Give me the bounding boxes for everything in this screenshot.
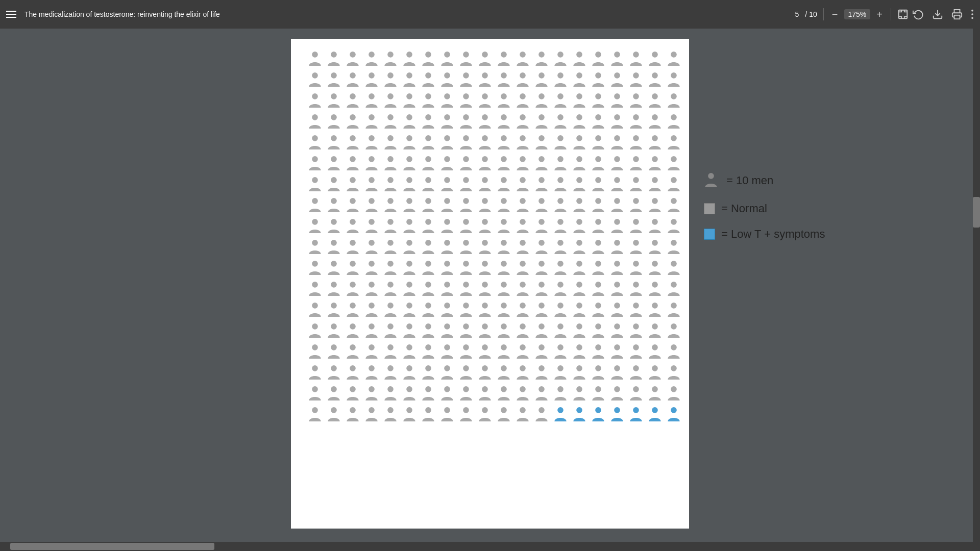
svg-point-202: [614, 240, 620, 246]
person-icon: [590, 154, 607, 173]
person-icon: [382, 363, 399, 382]
fit-page-button[interactable]: [897, 9, 909, 20]
person-icon: [571, 321, 588, 340]
svg-point-278: [538, 323, 545, 330]
person-icon: [401, 279, 418, 298]
svg-point-365: [671, 407, 677, 413]
zoom-out-button[interactable]: −: [830, 9, 840, 20]
svg-point-116: [501, 156, 507, 162]
svg-point-212: [425, 261, 431, 267]
page-number-input[interactable]: [791, 10, 803, 18]
person-icon: [401, 237, 418, 257]
svg-point-325: [671, 365, 677, 371]
download-button[interactable]: [932, 9, 943, 20]
svg-point-333: [444, 386, 450, 392]
person-icon: [382, 342, 399, 361]
svg-point-290: [387, 344, 394, 350]
svg-point-329: [369, 386, 375, 392]
person-icon: [457, 49, 475, 68]
person-icon: [665, 154, 682, 173]
person-icon: [571, 405, 588, 424]
svg-point-326: [312, 386, 318, 392]
legend-lowt: = Low T + symptoms: [704, 228, 826, 241]
person-icon: [457, 237, 475, 257]
svg-point-258: [538, 303, 545, 309]
svg-point-91: [406, 135, 412, 141]
svg-point-164: [652, 198, 658, 204]
svg-point-141: [595, 177, 601, 183]
person-icon: [627, 279, 645, 298]
svg-point-203: [633, 240, 639, 246]
svg-point-52: [425, 93, 431, 99]
person-icon: [363, 405, 380, 424]
svg-point-159: [557, 198, 564, 204]
person-icon: [552, 384, 569, 403]
bottom-scrollbar-thumb[interactable]: [10, 543, 214, 550]
svg-point-142: [614, 177, 620, 183]
person-icon: [646, 174, 664, 194]
person-icon: [438, 300, 456, 319]
svg-point-244: [652, 282, 658, 288]
person-icon: [533, 195, 550, 215]
svg-point-272: [425, 323, 431, 330]
svg-point-266: [312, 323, 318, 330]
person-icon: [590, 279, 607, 298]
person-icon: [325, 300, 342, 319]
person-icon: [306, 70, 324, 89]
person-icon: [438, 216, 456, 236]
rotate-button[interactable]: [913, 9, 924, 20]
more-options-button[interactable]: [971, 9, 974, 20]
person-icon: [495, 154, 512, 173]
person-icon: [627, 384, 645, 403]
person-icon: [608, 384, 626, 403]
person-icon: [476, 154, 494, 173]
person-icon: [627, 258, 645, 278]
svg-point-324: [652, 365, 658, 371]
person-icon: [306, 279, 324, 298]
svg-point-353: [444, 407, 450, 413]
scrollbar-thumb[interactable]: [973, 197, 980, 228]
person-icon: [438, 405, 456, 424]
svg-point-153: [444, 198, 450, 204]
svg-point-260: [576, 303, 582, 309]
person-icon: [363, 154, 380, 173]
svg-point-17: [520, 52, 526, 58]
svg-point-224: [652, 261, 658, 267]
svg-point-115: [482, 156, 488, 162]
menu-button[interactable]: [6, 11, 16, 18]
svg-point-238: [538, 282, 545, 288]
svg-point-6: [312, 52, 318, 58]
person-icon: [325, 49, 342, 68]
svg-point-80: [576, 114, 582, 120]
svg-point-130: [387, 177, 394, 183]
person-icon: [608, 154, 626, 173]
person-icon: [552, 133, 569, 152]
person-icon: [646, 384, 664, 403]
person-icon: [457, 363, 475, 382]
person-icon: [571, 300, 588, 319]
print-button[interactable]: [951, 9, 963, 20]
svg-point-68: [350, 114, 356, 120]
person-icon: [457, 91, 475, 110]
person-icon: [571, 216, 588, 236]
zoom-level-display: 175%: [844, 9, 871, 19]
person-icon: [438, 91, 456, 110]
svg-point-144: [652, 177, 658, 183]
person-icon: [344, 321, 361, 340]
svg-point-127: [331, 177, 337, 183]
svg-point-293: [444, 344, 450, 350]
person-icon: [514, 321, 531, 340]
svg-point-128: [350, 177, 356, 183]
person-icon: [382, 154, 399, 173]
svg-point-30: [387, 72, 394, 79]
svg-point-250: [387, 303, 394, 309]
person-icon: [571, 133, 588, 152]
person-icon: [646, 363, 664, 382]
person-icon: [665, 300, 682, 319]
person-icon: [382, 258, 399, 278]
svg-point-163: [633, 198, 639, 204]
svg-point-177: [520, 219, 526, 225]
person-icon: [665, 363, 682, 382]
zoom-in-button[interactable]: +: [874, 9, 885, 20]
svg-point-196: [501, 240, 507, 246]
